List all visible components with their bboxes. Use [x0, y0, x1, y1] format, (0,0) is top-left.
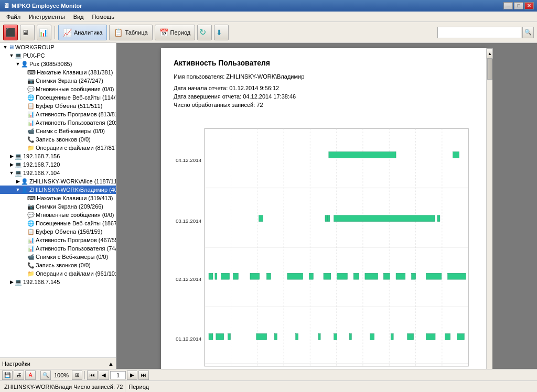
tree-item-webcam2[interactable]: 📹 Снимки с Веб-камеры (0/0)	[0, 253, 116, 261]
tree-item-messages2[interactable]: 💬 Мгновенные сообщения (0/0)	[0, 211, 116, 219]
scrollbar-thumb[interactable]	[487, 59, 492, 80]
tree-item-alice[interactable]: ▶ 👤 ZHILINSKY-WORK\Alice (1187/1187)	[0, 177, 116, 186]
expand-pux-pc[interactable]: ▼	[8, 53, 15, 58]
toolbar-icon-btn2[interactable]: 📊	[37, 25, 51, 40]
nav-prev-icon: ◀	[102, 372, 106, 378]
websites-label: Посещенные Веб-сайты (114/114)	[36, 94, 116, 101]
svg-rect-34	[337, 273, 348, 279]
tree-item-useractivity2[interactable]: 📊 Активность Пользователя (74/94)	[0, 244, 116, 253]
print-bottom-btn[interactable]: 🖨	[14, 371, 24, 380]
tree-item-programs[interactable]: 📊 Активность Програмов (813/813)	[0, 110, 116, 118]
expand-ip2[interactable]: ▶	[8, 162, 15, 167]
svg-rect-49	[334, 334, 337, 340]
scrollbar-up[interactable]: ▲	[487, 48, 493, 59]
nav-next-icon: ▶	[130, 372, 134, 378]
tree-item-screenshots[interactable]: 📷 Снимки Экрана (247/247)	[0, 77, 116, 85]
svg-rect-24	[437, 215, 440, 222]
programs2-icon: 📊	[27, 237, 35, 244]
tree-item-webcam[interactable]: 📹 Снимк с Веб-камеры (0/0)	[0, 127, 116, 135]
svg-rect-22	[334, 215, 435, 222]
svg-rect-51	[370, 334, 374, 340]
search-input[interactable]	[437, 27, 521, 38]
keypresses-label: Нажатые Клавиши (381/381)	[37, 69, 113, 75]
expand-ip3[interactable]: ▼	[8, 170, 15, 176]
tree-item-ip3[interactable]: ▼ 💻 192.168.7.104	[0, 169, 116, 177]
ip1-icon: 💻	[15, 153, 22, 160]
analytics-button[interactable]: 📈 Аналитика	[58, 25, 107, 40]
tree-item-websites[interactable]: 🌐 Посещенные Веб-сайты (114/114)	[0, 93, 116, 102]
tree-item-calls2[interactable]: 📞 Запись звонков (0/0)	[0, 261, 116, 269]
expand-vladimir[interactable]: ▼	[15, 187, 21, 192]
tree-item-clipboard2[interactable]: 📋 Буфер Обмена (156/159)	[0, 227, 116, 236]
tree-item-useractivity[interactable]: 📊 Активность Пользователя (202/202)	[0, 118, 116, 127]
tree-item-pux-user[interactable]: ▼ 👤 Pux (3085/3085)	[0, 60, 116, 68]
tree-item-ip2[interactable]: ▶ 💻 192.168.7.120	[0, 160, 116, 169]
svg-rect-44	[228, 334, 231, 340]
tree-item-ip4[interactable]: ▶ 💻 192.168.7.145	[0, 278, 116, 286]
menu-view[interactable]: Вид	[69, 13, 88, 21]
svg-rect-32	[309, 273, 313, 279]
tree-item-fileops[interactable]: 📁 Операции с файлами (817/817)	[0, 144, 116, 152]
svg-rect-31	[287, 273, 303, 279]
nav-first-icon: ⏮	[90, 372, 95, 378]
tree-item-websites2[interactable]: 🌐 Посещенные Веб-сайты (1867/2506)	[0, 219, 116, 227]
nav-prev-btn[interactable]: ◀	[99, 371, 109, 380]
nav-last-btn[interactable]: ⏭	[138, 371, 149, 380]
expand-pux-user[interactable]: ▼	[15, 61, 21, 67]
sidebar-expand-icon[interactable]: ▲	[108, 361, 114, 367]
tree-item-fileops2[interactable]: 📁 Операции с файлами (961/1013)	[0, 269, 116, 278]
expand-alice[interactable]: ▶	[15, 179, 21, 184]
pdf-bottom-btn[interactable]: A	[25, 371, 36, 380]
page-number-input[interactable]	[110, 371, 126, 379]
svg-rect-52	[391, 334, 393, 340]
tree-item-programs2[interactable]: 📊 Активность Програмов (467/552)	[0, 236, 116, 244]
tree-item-workgroup[interactable]: ▼ 🖥 WORKGROUP	[0, 43, 116, 51]
svg-text:03.12.2014: 03.12.2014	[176, 218, 202, 224]
tree-item-messages[interactable]: 💬 Мгновенные сообщения (0/0)	[0, 85, 116, 93]
zoom-out-btn[interactable]: 🔍	[40, 371, 51, 380]
nav-first-btn[interactable]: ⏮	[87, 371, 98, 380]
screenshots-label: Снимки Экрана (247/247)	[36, 78, 103, 84]
close-button[interactable]: ✕	[524, 2, 534, 9]
toolbar-icon-btn1[interactable]: 🖥	[20, 25, 35, 40]
svg-rect-38	[396, 273, 405, 279]
save-bottom-btn[interactable]: 💾	[2, 371, 13, 380]
fit-btn[interactable]: ⊞	[72, 371, 82, 380]
tree-item-keypresses[interactable]: ⌨ Нажатые Клавиши (381/381)	[0, 68, 116, 77]
tree-item-ip1[interactable]: ▶ 💻 192.168.7.156	[0, 152, 116, 160]
svg-rect-27	[221, 273, 230, 279]
search-button[interactable]: 🔍	[522, 27, 534, 38]
refresh-button[interactable]: ↻	[197, 25, 212, 40]
svg-rect-29	[250, 273, 260, 279]
fileops2-icon: 📁	[27, 270, 35, 277]
tree-item-vladimir[interactable]: ▼ 👤 ZHILINSKY-WORK\Владимир (4053/5003)	[0, 186, 116, 194]
minimize-button[interactable]: ─	[503, 2, 513, 9]
clipboard2-icon: 📋	[27, 228, 35, 235]
maximize-button[interactable]: □	[514, 2, 523, 9]
period-button[interactable]: 📅 Период	[155, 25, 196, 40]
table-button[interactable]: 📋 Таблица	[109, 25, 152, 40]
tree-item-keypresses2[interactable]: ⌨ Нажатые Клавиши (319/413)	[0, 194, 116, 202]
expand-workgroup[interactable]: ▼	[2, 45, 8, 50]
svg-rect-55	[445, 334, 450, 340]
tree-item-screenshots2[interactable]: 📷 Снимки Экрана (209/266)	[0, 202, 116, 211]
menu-tools[interactable]: Инструменты	[25, 13, 69, 21]
expand-ip1[interactable]: ▶	[8, 154, 15, 159]
messages-icon: 💬	[27, 86, 35, 93]
programs2-label: Активность Програмов (467/552)	[36, 237, 116, 243]
export-button[interactable]: ⬇	[214, 25, 229, 40]
websites-icon: 🌐	[27, 94, 35, 101]
menu-bar: Файл Инструменты Вид Помощь	[0, 12, 537, 22]
ip3-label: 192.168.7.104	[23, 170, 60, 176]
stop-button[interactable]: ⬛	[3, 25, 18, 40]
tree-item-pux-pc[interactable]: ▼ 💻 PUX-PC	[0, 51, 116, 60]
status-left-text: ZHILINSKY-WORK\Влади Число записей: 72	[4, 384, 123, 390]
nav-next-btn[interactable]: ▶	[127, 371, 137, 380]
keypresses-icon: ⌨	[27, 69, 36, 76]
expand-ip4[interactable]: ▶	[8, 279, 15, 285]
tree-item-calls[interactable]: 📞 Запись звонков (0/0)	[0, 135, 116, 144]
tree-item-clipboard[interactable]: 📋 Буфер Обмена (511/511)	[0, 102, 116, 110]
menu-help[interactable]: Помощь	[88, 13, 119, 21]
useractivity-icon: 📊	[27, 119, 35, 126]
menu-file[interactable]: Файл	[2, 13, 25, 21]
